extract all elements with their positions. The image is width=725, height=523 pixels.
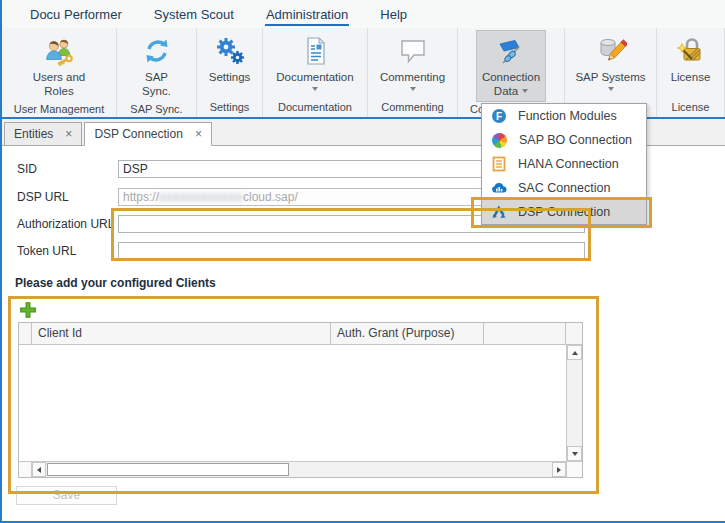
chevron-down-icon [410,87,416,91]
vertical-scroll-track[interactable] [567,360,582,446]
dsp-url-suffix: cloud.sap/ [243,190,298,204]
tab-dsp-connection[interactable]: DSP Connection × [84,122,212,146]
chevron-down-icon [312,87,318,91]
horizontal-scrollbar[interactable] [19,461,582,477]
sap-systems-button[interactable]: SAP Systems [570,30,652,100]
dsp-url-label: DSP URL [17,188,69,206]
group-label-commenting: Commenting [368,100,457,117]
settings-gears-icon [214,35,246,67]
users-and-roles-label: Users and Roles [18,70,100,99]
clients-heading: Please add your configured Clients [15,276,216,290]
menu-docu-performer[interactable]: Docu Performer [14,1,138,28]
triangle-right-icon [557,467,561,473]
scrollbar-corner [566,462,582,477]
scroll-left-button[interactable] [32,462,46,477]
ribbon-group-documentation: Documentation Documentation [263,28,368,117]
horizontal-scroll-thumb[interactable] [47,463,289,476]
group-label-settings: Settings [197,100,262,117]
ribbon-group-user-management: Users and Roles User Management [2,28,117,117]
menu-item-function-modules[interactable]: F Function Modules [482,104,646,128]
scrollbar-corner [19,462,32,477]
close-icon[interactable]: × [195,128,202,140]
svg-text:F: F [496,111,502,122]
dsp-swoosh-icon [491,204,507,220]
ribbon-group-sap-sync: SAP Sync. SAP Sync. [117,28,197,117]
triangle-down-icon [572,452,578,456]
scroll-up-button[interactable] [567,345,582,360]
save-button[interactable]: Save [16,486,117,505]
connection-data-dropdown: F Function Modules SAP BO Connection HAN… [481,103,647,225]
column-header-client-id[interactable]: Client Id [32,323,331,344]
hana-list-icon [491,156,507,172]
users-roles-icon [43,35,75,67]
clients-table: Client Id Auth. Grant (Purpose) [18,322,583,478]
plus-icon [19,301,37,319]
ribbon-group-commenting: Commenting Commenting [368,28,458,117]
connection-plug-icon [495,35,527,67]
database-pencil-icon [595,35,627,67]
chevron-down-icon [522,89,528,93]
license-lock-icon [675,35,707,67]
commenting-button[interactable]: Commenting [374,30,452,100]
tab-entities[interactable]: Entities × [4,122,82,145]
clients-table-rows-area[interactable] [19,345,566,461]
menu-item-sap-bo-connection[interactable]: SAP BO Connection [482,128,646,152]
menu-system-scout[interactable]: System Scout [138,1,250,28]
settings-button[interactable]: Settings [203,30,257,100]
sap-bo-sphere-icon [492,133,507,148]
vertical-scrollbar[interactable] [566,345,582,461]
token-url-input[interactable] [118,242,585,260]
sid-label: SID [17,160,37,178]
scrollbar-header-corner [566,323,582,344]
column-header-auth-grant[interactable]: Auth. Grant (Purpose) [331,323,484,344]
column-header-filler [484,323,566,344]
tab-entities-label: Entities [14,127,53,141]
sap-sync-button[interactable]: SAP Sync. [127,30,187,102]
menu-administration[interactable]: Administration [250,1,364,28]
menu-item-label: SAC Connection [518,181,610,195]
tab-dsp-connection-label: DSP Connection [94,127,183,141]
clients-table-header: Client Id Auth. Grant (Purpose) [19,323,582,345]
sap-sync-icon [141,35,173,67]
authorization-url-label: Authorization URL [17,215,114,233]
license-button[interactable]: License [665,30,717,100]
menu-item-dsp-connection[interactable]: DSP Connection [482,200,646,224]
documentation-button[interactable]: Documentation [269,30,361,100]
group-label-sap-sync: SAP Sync. [117,102,196,117]
dsp-url-prefix: https:// [123,190,159,204]
menu-item-hana-connection[interactable]: HANA Connection [482,152,646,176]
license-label: License [671,70,711,84]
document-icon [299,35,331,67]
group-label-license: License [657,100,724,117]
triangle-up-icon [572,351,578,355]
settings-label: Settings [209,70,251,84]
menu-item-label: SAP BO Connection [519,133,632,147]
horizontal-scroll-track[interactable] [46,462,552,477]
dsp-url-redacted: xxxxxxxxxxxx [159,190,243,204]
ribbon-group-license: License License [657,28,725,117]
connection-data-label: Connection Data [479,70,543,99]
users-and-roles-button[interactable]: Users and Roles [15,30,103,102]
close-icon[interactable]: × [65,128,72,140]
app-window: Docu Performer System Scout Administrati… [0,0,725,523]
commenting-label: Commenting [380,70,445,84]
sap-systems-label: SAP Systems [575,70,645,84]
comment-bubble-icon [397,35,429,67]
chevron-down-icon [608,87,614,91]
function-modules-icon: F [491,108,507,124]
ribbon-group-settings: Settings Settings [197,28,263,117]
sac-cloud-icon [491,180,507,196]
connection-data-button[interactable]: Connection Data [476,30,546,102]
group-label-documentation: Documentation [263,100,367,117]
menu-item-label: HANA Connection [518,157,619,171]
sap-sync-label: SAP Sync. [130,70,184,99]
scroll-right-button[interactable] [552,462,566,477]
group-label-user-management: User Management [2,102,116,117]
menu-item-label: Function Modules [518,109,617,123]
menu-item-sac-connection[interactable]: SAC Connection [482,176,646,200]
menu-item-label: DSP Connection [518,205,610,219]
scroll-down-button[interactable] [567,446,582,461]
add-client-button[interactable] [18,301,38,321]
menu-help[interactable]: Help [364,1,423,28]
menubar: Docu Performer System Scout Administrati… [2,0,725,28]
